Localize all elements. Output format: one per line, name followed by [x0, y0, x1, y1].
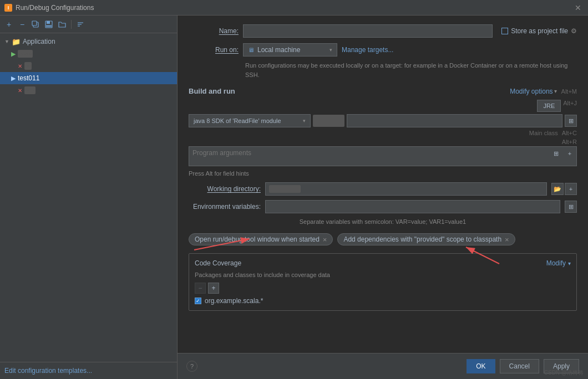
- env-vars-btn[interactable]: ⊞: [565, 201, 577, 213]
- cov-remove-btn[interactable]: −: [195, 283, 206, 294]
- help-button[interactable]: ?: [186, 361, 197, 372]
- macro-dir-btn[interactable]: +: [565, 183, 577, 195]
- title-bar: I Run/Debug Configurations ✕: [0, 0, 588, 16]
- svg-rect-4: [46, 25, 52, 27]
- prog-args-container: ⊞ +: [189, 146, 577, 169]
- coverage-checkbox[interactable]: ✓: [195, 298, 201, 304]
- tree: ▼ 📁 Application ▶ ········ ✕ ···· ▶ test…: [0, 33, 177, 362]
- left-panel: + −: [0, 16, 178, 379]
- selected-item-label: test011: [18, 74, 39, 82]
- run-on-dropdown[interactable]: 🖥 Local machine ▾: [243, 43, 337, 57]
- right-content: Name: Store as project file ⚙ Run on: 🖥 …: [178, 16, 588, 353]
- blurred-module: [313, 115, 344, 127]
- coverage-tools: − +: [195, 283, 571, 294]
- main-class-input[interactable]: [347, 114, 562, 127]
- coverage-item-label: org.example.scala.*: [205, 297, 263, 305]
- remove-button[interactable]: −: [17, 19, 28, 30]
- program-args-input[interactable]: [189, 146, 577, 166]
- working-dir-input[interactable]: [265, 182, 547, 196]
- env-vars-hint: Separate variables with semicolon: VAR=v…: [300, 218, 466, 225]
- build-section: Build and run Modify options ▾ Alt+M JRE…: [189, 87, 577, 226]
- toolbar: + −: [0, 16, 177, 33]
- error-icon: ✕: [18, 63, 22, 69]
- dialog-title: Run/Debug Configurations: [16, 4, 94, 12]
- watermark: CSDN @浩将将: [544, 369, 584, 377]
- tree-item-1-sub-label: ····: [24, 62, 32, 70]
- modify-group: Modify ▾: [546, 259, 571, 267]
- env-vars-hint-row: Separate variables with semicolon: VAR=v…: [189, 218, 577, 226]
- main-class-expand[interactable]: ⊞: [565, 115, 577, 127]
- modify-options-group: Modify options ▾ Alt+M: [510, 88, 577, 95]
- sdk-dropdown[interactable]: java 8 SDK of 'ReadFile' module ▾: [189, 114, 311, 127]
- name-input-group: Name:: [189, 24, 493, 38]
- expand-btn[interactable]: ⊞: [550, 147, 562, 160]
- close-button[interactable]: ✕: [572, 2, 584, 13]
- tree-item-1[interactable]: ▶ ········: [0, 48, 177, 60]
- config-icon: ▶: [11, 50, 16, 58]
- chip-2-label: Add dependencies with "provided" scope t…: [343, 235, 501, 243]
- main-layout: + −: [0, 16, 588, 379]
- add-button[interactable]: +: [3, 19, 14, 30]
- folder-browse-btn[interactable]: 📂: [551, 183, 564, 195]
- sdk-value: java 8 SDK of 'ReadFile' module: [194, 117, 281, 124]
- manage-targets-link[interactable]: Manage targets...: [342, 46, 393, 54]
- tree-item-1-sub[interactable]: ✕ ····: [0, 60, 177, 72]
- section-title: Build and run: [189, 87, 235, 95]
- prog-args-shortcut: Alt+R: [562, 139, 577, 145]
- cov-add-btn[interactable]: +: [208, 283, 219, 294]
- jre-hint-row: JRE Alt+J: [189, 100, 577, 112]
- chip-1-close[interactable]: ×: [323, 236, 327, 243]
- gear-icon[interactable]: ⚙: [571, 27, 577, 35]
- run-on-label: Run on:: [189, 46, 239, 54]
- env-vars-label: Environment variables:: [189, 203, 261, 211]
- coverage-header: Code Coverage Modify ▾: [195, 259, 571, 267]
- working-dir-actions: 📂 +: [551, 183, 577, 195]
- folder-button[interactable]: [57, 19, 68, 30]
- working-dir-row: Working directory: 📂 +: [189, 182, 577, 196]
- jre-shortcut: Alt+J: [563, 100, 577, 112]
- bottom-bar: ? OK Cancel Apply: [178, 353, 588, 379]
- name-label: Name:: [189, 27, 239, 35]
- dropdown-chevron: ▾: [330, 47, 332, 53]
- store-checkbox[interactable]: [501, 28, 508, 34]
- working-dir-value: [269, 185, 301, 193]
- main-class-container: [347, 114, 562, 127]
- env-vars-input[interactable]: [265, 200, 560, 213]
- cancel-button[interactable]: Cancel: [500, 359, 539, 373]
- press-alt-hint-row: Press Alt for field hints: [189, 170, 577, 177]
- copy-button[interactable]: [30, 19, 41, 30]
- press-alt-hint: Press Alt for field hints: [189, 170, 249, 177]
- sort-button[interactable]: [75, 19, 86, 30]
- modify-options-link[interactable]: Modify options ▾: [510, 88, 556, 95]
- tree-item-2-sub[interactable]: ✕ ······: [0, 84, 177, 96]
- info-text: Run configurations may be executed local…: [245, 61, 577, 79]
- tree-item-2-sub-label: ······: [24, 86, 36, 94]
- jre-btn[interactable]: JRE: [537, 100, 561, 112]
- folder-icon: 📁: [12, 38, 21, 46]
- prog-args-hint-row: Alt+R: [189, 139, 577, 145]
- save-button[interactable]: [43, 19, 54, 30]
- macro-btn[interactable]: +: [564, 147, 576, 160]
- app-icon: I: [4, 4, 12, 12]
- name-store-row: Name: Store as project file ⚙: [189, 24, 577, 38]
- tree-application-group[interactable]: ▼ 📁 Application: [0, 35, 177, 48]
- modify-link[interactable]: Modify: [546, 259, 566, 267]
- tree-item-1-label: ········: [18, 50, 33, 58]
- coverage-item: ✓ org.example.scala.*: [195, 297, 571, 305]
- right-panel: Name: Store as project file ⚙ Run on: 🖥 …: [178, 16, 588, 379]
- store-label: Store as project file: [511, 27, 568, 35]
- tree-item-selected[interactable]: ▶ test011: [0, 72, 177, 84]
- name-input[interactable]: [243, 24, 493, 38]
- application-label: Application: [23, 38, 55, 45]
- edit-config-link[interactable]: Edit configuration templates...: [0, 362, 177, 379]
- modify-chevron: ▾: [568, 260, 571, 267]
- expand-icons: ⊞ +: [550, 147, 576, 160]
- main-class-hint-row: Main class Alt+C: [189, 130, 577, 136]
- ok-button[interactable]: OK: [467, 359, 495, 373]
- chip-2-close[interactable]: ×: [505, 236, 509, 243]
- chips-row: Open run/debug tool window when started …: [189, 233, 577, 245]
- error-icon-2: ✕: [18, 88, 22, 94]
- coverage-title: Code Coverage: [195, 259, 241, 267]
- check-mark: ✓: [196, 298, 200, 304]
- section-header: Build and run Modify options ▾ Alt+M: [189, 87, 577, 95]
